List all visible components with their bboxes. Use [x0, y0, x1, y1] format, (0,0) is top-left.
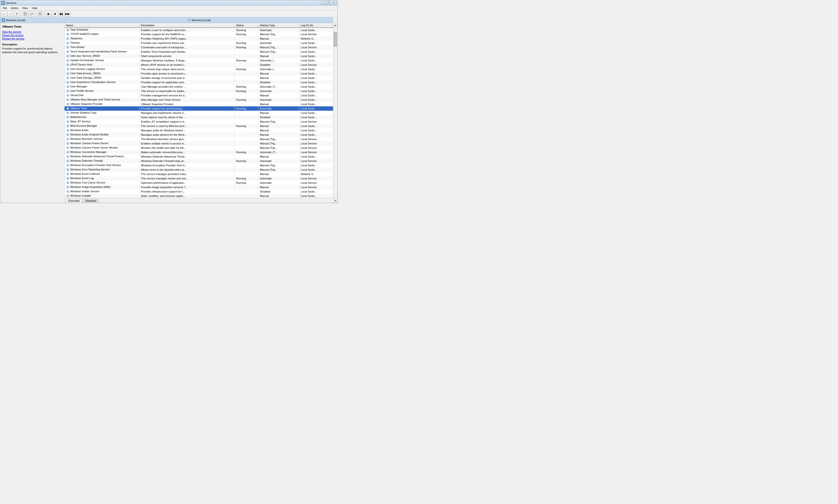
cell-startup: Automatic	[258, 176, 299, 181]
table-row[interactable]: Windows Connection ManagerMakes automati…	[65, 150, 333, 155]
col-desc[interactable]: Description	[139, 23, 235, 28]
table-row[interactable]: Udk User Service_39504Shell components s…	[65, 54, 333, 58]
vertical-scrollbar[interactable]: ▲ ▼	[333, 23, 337, 203]
svg-point-24	[68, 34, 68, 35]
cell-desc: Provides management services for d...	[139, 93, 235, 97]
table-row[interactable]: Windows InstallerAdds, modifies, and rem…	[65, 194, 333, 198]
table-row[interactable]: Touch Keyboard and Handwriting Panel Ser…	[65, 50, 333, 54]
table-row[interactable]: VMware ToolsProvides support for synchro…	[65, 106, 333, 111]
cell-name: Windows Audio Endpoint Builder	[65, 132, 139, 137]
table-row[interactable]: Windows Event LogThis service manages ev…	[65, 176, 333, 181]
table-row[interactable]: UPnP Device HostAllows UPnP devices to b…	[65, 62, 333, 67]
cell-desc: Shell components service	[139, 54, 235, 58]
table-row[interactable]: Time BrokerCoordinates execution of back…	[65, 45, 333, 50]
tab-extended[interactable]: Extended	[66, 199, 82, 203]
scroll-thumb[interactable]	[334, 32, 337, 47]
play-button[interactable]: ▶	[46, 11, 52, 17]
col-startup[interactable]: Startup Type	[258, 23, 299, 28]
cell-logon: Local Syste...	[299, 102, 333, 106]
table-row[interactable]: User Access Logging ServiceThis service …	[65, 67, 333, 71]
window-icon	[1, 1, 5, 5]
table-row[interactable]: Windows Defender Advanced Threat Protect…	[65, 155, 333, 159]
table-row[interactable]: Windows Event CollectorThis service mana…	[65, 172, 333, 176]
cell-name: User Access Logging Service	[65, 67, 139, 71]
table-row[interactable]: Warp JIT ServiceEnables JIT compilation …	[65, 120, 333, 124]
table-row[interactable]: WalletServiceHosts objects used by clien…	[65, 115, 333, 120]
table-row[interactable]: Windows Font Cache ServiceOptimizes perf…	[65, 181, 333, 185]
table-row[interactable]: Windows Defender FirewallWindows Defende…	[65, 159, 333, 163]
restart-button[interactable]: ▶▶	[65, 11, 70, 17]
cell-name: Telephony	[65, 36, 139, 41]
pause-service-link[interactable]: Pause the service	[2, 34, 63, 37]
close-button[interactable]: ✕	[331, 1, 336, 5]
table-row[interactable]: Windows AudioManages audio for Windows-b…	[65, 128, 333, 132]
cell-desc: Windows Encryption Provider Host S...	[139, 163, 235, 167]
table-row[interactable]: User Data Access_39504Provides apps acce…	[65, 71, 333, 76]
stop-button[interactable]: ■	[52, 11, 58, 17]
services-table[interactable]: Name Description Status Startup Type Log…	[65, 23, 333, 198]
table-row[interactable]: Volume Shadow CopyManages and implements…	[65, 111, 333, 115]
cell-status	[235, 50, 258, 54]
table-row[interactable]: TCP/IP NetBIOS HelperProvides support fo…	[65, 32, 333, 36]
cell-name: Windows Event Collector	[65, 172, 139, 176]
cell-status	[235, 194, 258, 198]
back-button[interactable]: ←	[1, 11, 7, 17]
table-row[interactable]: TelephonyProvides Telephony API (TAPI) s…	[65, 36, 333, 41]
cell-name: Themes	[65, 41, 139, 45]
table-row[interactable]: User Experience Virtualization ServicePr…	[65, 80, 333, 85]
menu-action[interactable]: Action	[9, 6, 20, 10]
cell-desc: Provides apps access to structured u...	[139, 71, 235, 76]
tab-standard[interactable]: Standard	[83, 199, 99, 203]
table-row[interactable]: Windows Audio Endpoint BuilderManages au…	[65, 132, 333, 137]
cell-startup: Disabled	[258, 80, 299, 85]
cell-startup: Automatic	[258, 41, 299, 45]
scroll-up-button[interactable]: ▲	[334, 23, 337, 27]
table-row[interactable]: Windows Camera Frame Server MonitorMonit…	[65, 146, 333, 150]
menu-view[interactable]: View	[20, 6, 30, 10]
table-row[interactable]: ThemesProvides user experience theme ma.…	[65, 41, 333, 45]
scroll-down-button[interactable]: ▼	[334, 199, 337, 203]
table-row[interactable]: Task SchedulerEnables a user to configur…	[65, 28, 333, 32]
pause-button[interactable]: ▮▮	[58, 11, 64, 17]
maximize-button[interactable]: ❐	[326, 1, 331, 5]
table-header-row: Name Description Status Startup Type Log…	[65, 23, 333, 28]
table-row[interactable]: VMware Snapshot ProviderVMware Snapshot …	[65, 102, 333, 106]
table-row[interactable]: Windows Image Acquisition (WIA)Provides …	[65, 185, 333, 190]
col-status[interactable]: Status	[235, 23, 258, 28]
table-row[interactable]: User Data Storage_39504Handles storage o…	[65, 76, 333, 80]
svg-point-87	[68, 126, 68, 126]
menu-help[interactable]: Help	[30, 6, 39, 10]
svg-point-15	[3, 20, 4, 20]
cell-logon: Local Syste...	[299, 106, 333, 111]
up-button[interactable]: ⇧	[14, 11, 20, 17]
cell-name: Windows Encryption Provider Host Service	[65, 163, 139, 167]
table-row[interactable]: Windows Encryption Provider Host Service…	[65, 163, 333, 167]
table-row[interactable]: Web Account ManagerThis service is used …	[65, 124, 333, 128]
description-text: Provides support for synchronizing objec…	[2, 47, 63, 54]
properties-button[interactable]	[37, 11, 43, 17]
svg-rect-5	[25, 13, 26, 14]
svg-point-102	[68, 148, 68, 148]
svg-point-81	[68, 117, 68, 118]
table-row[interactable]: User ManagerUser Manager provides the ru…	[65, 85, 333, 89]
cell-logon: Local Syste...	[299, 85, 333, 89]
table-row[interactable]: Virtual DiskProvides management services…	[65, 93, 333, 97]
table-row[interactable]: Windows Error Reporting ServiceAllows er…	[65, 167, 333, 172]
table-row[interactable]: User Profile ServiceThis service is resp…	[65, 89, 333, 93]
show-hide-button[interactable]	[22, 11, 28, 17]
refresh-button[interactable]	[29, 11, 35, 17]
table-row[interactable]: Update Orchestrator ServiceManages Windo…	[65, 58, 333, 62]
table-row[interactable]: VMware Alias Manager and Ticket ServiceA…	[65, 97, 333, 102]
minimize-button[interactable]: —	[320, 1, 325, 5]
restart-service-link[interactable]: Restart the service	[2, 37, 63, 40]
col-logon[interactable]: Log On As	[299, 23, 333, 28]
cell-status: Running	[235, 28, 258, 32]
col-name[interactable]: Name	[65, 23, 139, 28]
stop-service-link[interactable]: Stop the service	[2, 30, 63, 33]
table-row[interactable]: Windows Insider ServiceProvides infrastr…	[65, 190, 333, 194]
cell-status: Running	[235, 45, 258, 50]
forward-button[interactable]: →	[7, 11, 13, 17]
menu-file[interactable]: File	[1, 6, 9, 10]
table-row[interactable]: Windows Biometric ServiceThe Windows bio…	[65, 137, 333, 141]
table-row[interactable]: Windows Camera Frame ServerEnables multi…	[65, 141, 333, 146]
